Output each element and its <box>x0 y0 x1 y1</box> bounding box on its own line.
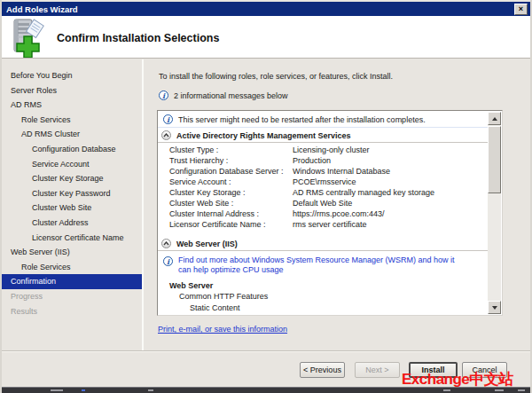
iis-section-title: Web Server (IIS) <box>176 240 238 248</box>
iis-tree-web-server: Web Server <box>158 280 488 291</box>
sidebar-item-web-server-iis[interactable]: Web Server (IIS) <box>2 245 142 260</box>
setting-row: Service Account :PCOE\rmsservice <box>158 177 488 187</box>
strip-mark <box>518 389 525 391</box>
setting-row: Licensor Certificate Name :rms server ce… <box>158 219 488 230</box>
setting-label: Service Account : <box>169 177 293 187</box>
sidebar-item-service-account[interactable]: Service Account <box>2 157 142 172</box>
wizard-header: Confirm Installation Selections <box>2 16 530 59</box>
setting-value: Production <box>293 155 331 166</box>
adrms-section-header[interactable]: Active Directory Rights Management Servi… <box>158 128 488 143</box>
setting-value: Default Web Site <box>293 198 352 208</box>
setting-label: Licensor Certificate Name : <box>169 219 293 230</box>
strip-mark <box>443 389 450 391</box>
close-icon: × <box>519 5 523 13</box>
adrms-section-title: Active Directory Rights Management Servi… <box>176 131 351 140</box>
info-summary: i 2 informational messages below <box>159 90 288 100</box>
setting-value: PCOE\rmsservice <box>293 177 356 187</box>
setting-row: Trust Hierarchy :Production <box>158 155 488 166</box>
next-button: Next > <box>355 362 400 378</box>
setting-row: Cluster Type :Licensing-only cluster <box>158 145 488 155</box>
setting-row: Cluster Internal Address :https://rms.pc… <box>158 208 488 219</box>
strip-mark <box>51 389 63 391</box>
sidebar-item-results: Results <box>2 304 142 319</box>
footer-divider <box>2 350 530 352</box>
print-email-save-link[interactable]: Print, e-mail, or save this information <box>158 325 287 334</box>
sidebar-item-iis-role-services[interactable]: Role Services <box>2 260 142 275</box>
setting-value: AD RMS centrally managed key storage <box>293 187 434 198</box>
iis-tree-common-http-features: Common HTTP Features <box>158 291 488 303</box>
sidebar-item-progress: Progress <box>2 289 142 304</box>
collapse-chevron-icon[interactable] <box>161 130 171 140</box>
setting-label: Configuration Database Server : <box>169 166 293 177</box>
setting-value: https://rms.pcoe.com:443/ <box>293 208 385 219</box>
sidebar-item-licensor-certificate-name[interactable]: Licensor Certificate Name <box>2 231 142 246</box>
sidebar-item-server-roles[interactable]: Server Roles <box>2 83 142 98</box>
selections-listbox: i This server might need to be restarted… <box>157 110 503 316</box>
confirmation-page: To install the following roles, role ser… <box>144 59 530 393</box>
sidebar-item-before-you-begin[interactable]: Before You Begin <box>2 68 142 83</box>
sidebar-item-ad-rms[interactable]: AD RMS <box>2 98 142 113</box>
setting-row: Configuration Database Server :Windows I… <box>158 166 488 177</box>
setting-value: Licensing-only cluster <box>293 145 370 155</box>
setting-label: Cluster Type : <box>169 145 293 155</box>
info-summary-text: 2 informational messages below <box>174 91 288 100</box>
window-title: Add Roles Wizard <box>6 4 514 14</box>
wsrm-note-row: i Find out more about Windows System Res… <box>158 251 488 278</box>
sidebar-item-cluster-address[interactable]: Cluster Address <box>2 216 142 231</box>
sidebar-item-cluster-key-storage[interactable]: Cluster Key Storage <box>2 171 142 186</box>
setting-value: Windows Internal Database <box>293 166 390 177</box>
setting-label: Cluster Key Storage : <box>169 187 293 198</box>
watermark-text: Exchange中文站 <box>402 369 513 389</box>
setting-label: Trust Hierarchy : <box>169 155 293 166</box>
setting-label: Cluster Internal Address : <box>169 208 293 219</box>
strip-mark <box>82 389 85 391</box>
iis-section-header[interactable]: Web Server (IIS) <box>158 236 488 251</box>
sidebar-item-configuration-database[interactable]: Configuration Database <box>2 142 142 157</box>
iis-tree-static-content: Static Content <box>158 303 488 314</box>
sidebar-item-role-services[interactable]: Role Services <box>2 113 142 128</box>
sidebar-item-ad-rms-cluster[interactable]: AD RMS Cluster <box>2 127 142 142</box>
setting-value: rms server certificate <box>293 219 367 230</box>
restart-notice-text: This server might need to be restarted a… <box>178 115 426 124</box>
scroll-up-icon <box>492 117 497 121</box>
info-icon: i <box>163 114 173 124</box>
adrms-settings: Cluster Type :Licensing-only cluster Tru… <box>158 143 488 230</box>
close-button[interactable]: × <box>514 4 528 15</box>
titlebar: Add Roles Wizard × <box>2 2 530 16</box>
sidebar-item-cluster-key-password[interactable]: Cluster Key Password <box>2 186 142 201</box>
collapse-chevron-icon[interactable] <box>161 239 171 248</box>
previous-button[interactable]: < Previous <box>300 362 345 378</box>
setting-label: Cluster Web Site : <box>169 198 293 208</box>
setting-row: Cluster Key Storage :AD RMS centrally ma… <box>158 187 488 198</box>
restart-notice-row: i This server might need to be restarted… <box>158 111 488 128</box>
scroll-down-button[interactable] <box>488 301 501 314</box>
scroll-up-button[interactable] <box>488 112 501 125</box>
iis-tree-default-document: Default Document <box>158 314 488 315</box>
page-title: Confirm Installation Selections <box>57 32 219 44</box>
info-icon: i <box>159 90 168 100</box>
server-add-role-icon <box>9 19 46 59</box>
scrollbar-thumb[interactable] <box>488 126 501 193</box>
listbox-scrollbar[interactable] <box>488 112 501 314</box>
wizard-steps-sidebar: Before You Begin Server Roles AD RMS Rol… <box>2 59 142 350</box>
setting-row: Cluster Web Site :Default Web Site <box>158 198 488 208</box>
scroll-down-icon <box>492 306 497 310</box>
sidebar-item-cluster-web-site[interactable]: Cluster Web Site <box>2 200 142 216</box>
strip-mark <box>148 389 153 391</box>
intro-text: To install the following roles, role ser… <box>159 72 393 81</box>
info-icon: i <box>163 256 173 266</box>
sidebar-item-confirmation[interactable]: Confirmation <box>2 274 142 289</box>
wsrm-link[interactable]: Find out more about Windows System Resou… <box>178 255 463 275</box>
add-roles-wizard-window: Add Roles Wizard × Co <box>0 0 532 393</box>
strip-mark <box>495 389 504 391</box>
selections-list-content: i This server might need to be restarted… <box>158 111 488 315</box>
